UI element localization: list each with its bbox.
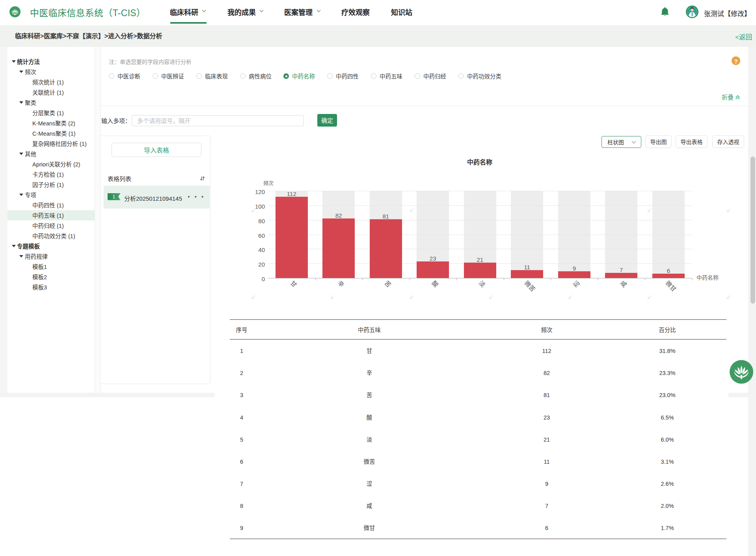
svg-text:1: 1 <box>113 194 115 200</box>
